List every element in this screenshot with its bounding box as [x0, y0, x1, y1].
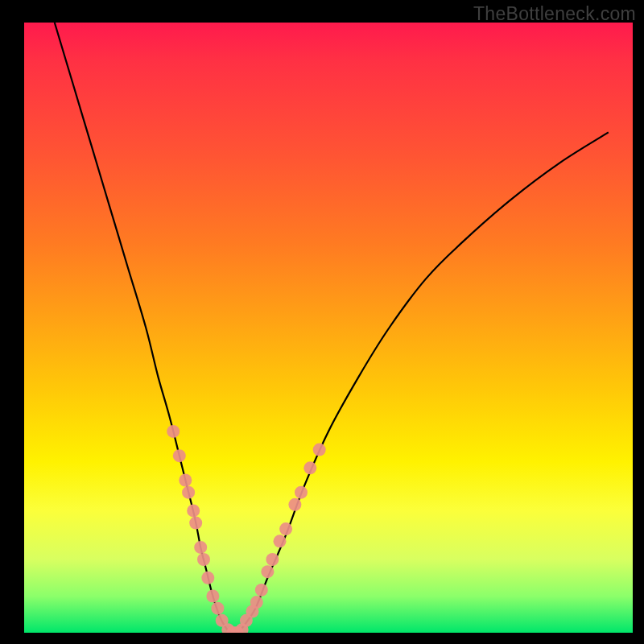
curve-marker	[255, 584, 268, 597]
curve-marker	[197, 553, 210, 566]
curve-marker	[266, 553, 279, 566]
curve-marker	[279, 522, 292, 535]
curve-marker	[274, 535, 287, 547]
curve-marker	[182, 486, 195, 499]
bottleneck-curve	[55, 23, 609, 633]
curve-marker	[295, 486, 308, 499]
curve-marker	[206, 590, 219, 603]
curve-marker	[313, 444, 326, 456]
curve-marker	[303, 461, 316, 474]
curve-marker	[167, 425, 180, 438]
curve-marker	[194, 541, 207, 554]
curve-marker	[288, 498, 301, 511]
curve-marker	[201, 572, 214, 584]
watermark-text: TheBottleneck.com	[473, 3, 636, 25]
curve-marker	[189, 517, 202, 530]
curve-marker	[179, 474, 192, 487]
curve-markers	[167, 425, 326, 633]
curve-marker	[187, 504, 200, 517]
chart-frame: TheBottleneck.com	[0, 0, 644, 644]
bottleneck-curve-svg	[24, 23, 633, 633]
curve-marker	[211, 602, 224, 615]
curve-marker	[250, 596, 263, 609]
plot-area	[24, 23, 633, 633]
curve-marker	[261, 565, 274, 578]
curve-marker	[173, 449, 186, 462]
